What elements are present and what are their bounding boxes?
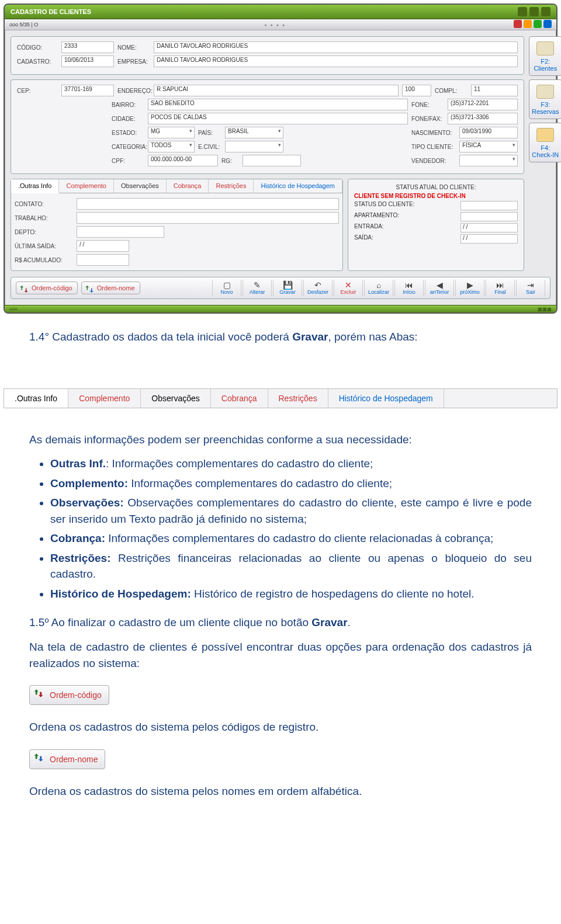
fone-field[interactable]: (35)3712-2201	[448, 99, 518, 110]
ecivil-dropdown[interactable]	[225, 141, 283, 152]
swap-icon	[33, 752, 46, 765]
tab-restricoes[interactable]: Restrições	[209, 179, 254, 193]
tab-cobranca[interactable]: Cobrança	[167, 179, 209, 193]
empresa-label: EMPRESA:	[117, 58, 150, 65]
fonefax-field[interactable]: (35)3721-3306	[448, 113, 518, 124]
cep-field[interactable]: 37701-169	[61, 85, 114, 96]
strip-complemento[interactable]: Complemento	[68, 389, 141, 408]
bottombar: ≡≡≡ ▦▦▦	[5, 305, 556, 312]
cidade-field[interactable]: POCOS DE CALDAS	[148, 113, 408, 124]
ordem-codigo-label: Ordem-código	[32, 284, 72, 291]
titlebar: CADASTRO DE CLIENTES	[5, 5, 556, 19]
fonefax-label: FONE/FAX:	[411, 116, 444, 122]
depto-label: DEPTO:	[15, 229, 73, 235]
menubar-tools[interactable]	[512, 20, 552, 29]
strip-historico[interactable]: Histórico de Hospedagem	[328, 389, 444, 408]
cpf-field[interactable]: 000.000.000-00	[148, 155, 218, 166]
estado-dropdown[interactable]: MG	[148, 127, 195, 138]
categoria-dropdown[interactable]: TODOS	[148, 141, 195, 152]
endereco-label: ENDEREÇO:	[117, 88, 150, 94]
ordem-codigo-button[interactable]: Ordem-código	[16, 282, 78, 294]
compl-label: COMPL:	[435, 88, 468, 94]
alterar-button[interactable]: ✎Alterar	[243, 280, 272, 296]
vendedor-dropdown[interactable]	[459, 155, 518, 166]
pais-dropdown[interactable]: BRASIL	[225, 127, 283, 138]
ultima-label: ÚLTIMA SAÍDA:	[15, 243, 73, 249]
tab-complemento[interactable]: Complemento	[59, 179, 113, 193]
swap-icon	[84, 284, 95, 294]
entrada-label: ENTRADA:	[354, 223, 384, 232]
excluir-button[interactable]: ✕Excluir	[334, 280, 363, 296]
f3-reservas-button[interactable]: F3: Reservas	[529, 79, 561, 119]
depto-field[interactable]	[77, 226, 164, 238]
trabalho-field[interactable]	[77, 212, 339, 224]
categoria-label: CATEGORIA:	[112, 144, 144, 150]
status-cliente-label: STATUS DO CLIENTE:	[354, 201, 415, 210]
edit-icon: ✎	[243, 281, 271, 289]
localizar-button[interactable]: ⌕Localizar	[364, 280, 393, 296]
endereco-field[interactable]: R SAPUCAI	[154, 85, 399, 96]
cadastro-label: CADASTRO:	[17, 58, 58, 65]
apto-field	[460, 212, 518, 221]
anterior-button[interactable]: ◀anTerior	[425, 280, 454, 296]
tab-observacoes[interactable]: Observações	[114, 179, 167, 193]
menubar-dots	[264, 22, 286, 27]
nome-field[interactable]: DANILO TAVOLARO RODRIGUES	[154, 41, 518, 53]
compl-field[interactable]: 11	[471, 85, 518, 96]
key-icon	[536, 128, 554, 142]
status-warning: CLIENTE SEM REGISTRO DE CHECK-IN	[354, 193, 518, 199]
numero-field[interactable]: 100	[402, 85, 431, 96]
swap-icon	[19, 284, 29, 294]
doc-p4: Na tela de cadastro de clientes é possív…	[29, 639, 532, 671]
tab-historico[interactable]: Histórico de Hospedagem	[254, 179, 342, 193]
vendedor-label: VENDEDOR:	[411, 158, 456, 164]
doc-p3: 1.5º Ao finalizar o cadastro de um clien…	[29, 614, 532, 631]
rg-field[interactable]	[243, 155, 301, 166]
f2-label: F2: Clientes	[534, 58, 557, 72]
menubar: ooo 5/35 | O	[5, 19, 556, 30]
exit-icon: ⇥	[517, 281, 545, 289]
ordem-nome-button[interactable]: Ordem-nome	[81, 282, 140, 294]
status-heading: STATUS ATUAL DO CLIENTE:	[354, 184, 518, 190]
desfazer-button[interactable]: ↶Desfazer	[303, 280, 333, 296]
status-cliente-field	[460, 201, 518, 210]
nascimento-field[interactable]: 09/03/1990	[459, 127, 518, 138]
grip-right: ▦▦▦	[538, 307, 552, 312]
f2-clientes-button[interactable]: F2: Clientes	[529, 36, 561, 76]
rs-field[interactable]	[77, 254, 129, 266]
strip-cobranca[interactable]: Cobrança	[211, 389, 268, 408]
save-icon: 💾	[273, 281, 302, 289]
doc-list: Outras Inf.: Informações complementares …	[29, 456, 532, 602]
delete-icon: ✕	[334, 281, 362, 289]
novo-button[interactable]: ▢Novo	[212, 280, 241, 296]
strip-outras[interactable]: .Outras Info	[4, 389, 68, 408]
bairro-field[interactable]: SAO BENEDITO	[148, 99, 408, 110]
tipocliente-dropdown[interactable]: FÍSICA	[459, 141, 518, 152]
final-button[interactable]: ⏭Final	[486, 280, 515, 296]
new-icon: ▢	[213, 281, 241, 289]
contato-field[interactable]	[77, 198, 339, 210]
estado-label: ESTADO:	[112, 130, 144, 136]
nome-label: NOME:	[117, 44, 150, 51]
cadastro-field[interactable]: 10/06/2013	[61, 55, 114, 67]
pais-label: PAÍS:	[198, 130, 221, 136]
cep-label: CEP:	[17, 88, 58, 94]
empresa-field[interactable]: DANILO TAVOLARO RODRIGUES	[154, 55, 518, 67]
strip-observacoes[interactable]: Observações	[141, 389, 210, 408]
ultima-field[interactable]: / /	[77, 240, 129, 252]
bairro-label: BAIRRO:	[112, 102, 144, 108]
proximo-button[interactable]: ▶próXimo	[455, 280, 484, 296]
tab-outras[interactable]: .Outras Info	[11, 179, 59, 193]
inicio-button[interactable]: ⏮Início	[394, 280, 424, 296]
doc-p5: Ordena os cadastros do sistema pelos cód…	[29, 719, 532, 735]
menubar-left: ooo 5/35 | O	[9, 22, 38, 27]
tipocliente-label: TIPO CLIENTE:	[411, 144, 456, 150]
gravar-button[interactable]: 💾Gravar	[273, 280, 302, 296]
sair-button[interactable]: ⇥Sair	[516, 280, 545, 296]
doc-ordem-codigo-img: Ordem-código	[29, 685, 109, 705]
strip-restricoes[interactable]: Restrições	[268, 389, 328, 408]
window-controls[interactable]	[518, 7, 550, 16]
codigo-field[interactable]: 2333	[61, 41, 114, 53]
f4-checkin-button[interactable]: F4: Check-IN	[529, 123, 561, 162]
last-icon: ⏭	[486, 281, 514, 289]
